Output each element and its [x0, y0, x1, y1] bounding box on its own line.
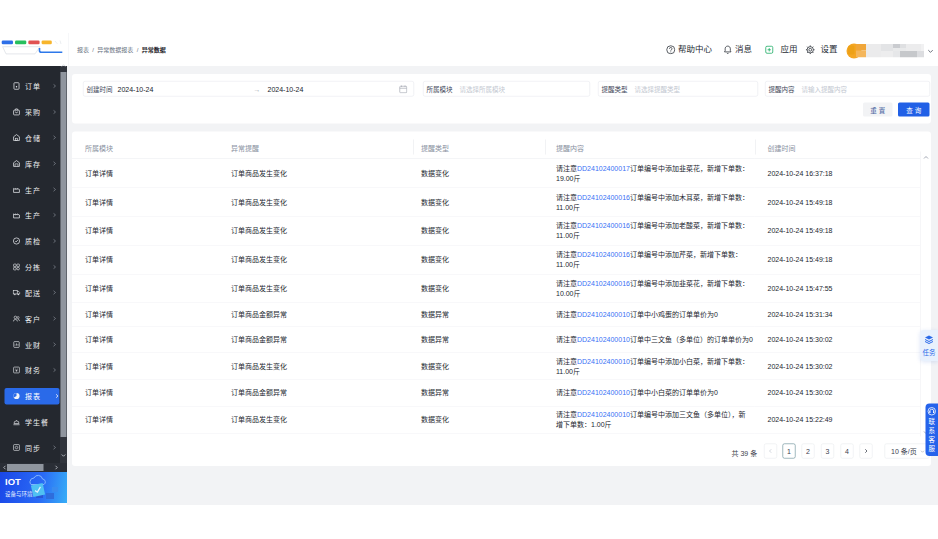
svg-text:IOT: IOT — [5, 476, 21, 487]
svg-text:设备与环境: 设备与环境 — [5, 490, 33, 498]
